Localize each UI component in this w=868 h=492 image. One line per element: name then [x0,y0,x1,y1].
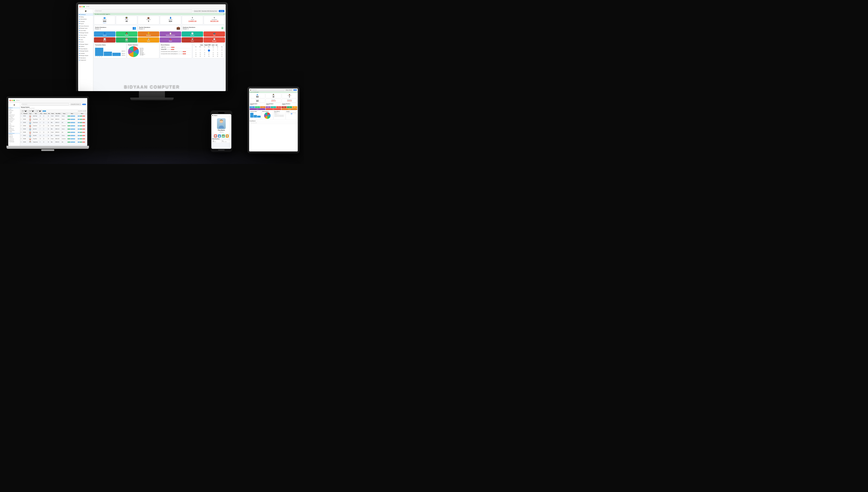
cal-d-12[interactable]: 12 [198,52,202,54]
nav-fees[interactable]: 📹Fees [203,31,225,36]
sidebar-item-section[interactable]: Section [78,41,93,43]
cal-d-17[interactable]: 17 [220,52,224,54]
nav-teacher[interactable]: 👩‍🏫Teacher [116,31,137,36]
t-nav-message[interactable]: Message [282,108,297,110]
filter-class[interactable]: All [21,110,28,112]
sidebar-item-managestudent[interactable]: Manage Student [78,54,93,57]
cal-next[interactable]: › [223,44,224,46]
cal-d-10[interactable]: 10 [220,49,224,52]
sidebar-item-setting[interactable]: Setting [78,16,93,18]
cal-d-25[interactable]: 25 [194,55,198,57]
action-view-btn[interactable]: View [80,132,82,133]
sidebar-item-guardian[interactable]: Guardian [78,52,93,55]
phone-icon-1[interactable]: 📊 [214,134,217,138]
phone-icon-2[interactable]: 📋 [218,134,221,138]
sidebar-item-syllabus[interactable]: Syllabus [78,45,93,48]
phone-home-bar[interactable] [218,150,224,150]
notice-1-btn[interactable]: Details [171,47,174,48]
sidebar-item-liveclass[interactable]: Live Class [78,36,93,39]
action-view-btn[interactable]: View [80,135,82,136]
nav-leave[interactable]: 📆Leave [116,37,137,43]
cal-d-6[interactable]: 6 [202,49,207,52]
cal-d-21[interactable]: 21 [207,54,211,55]
action-edit-btn[interactable]: Edit [78,139,80,139]
cal-d-22[interactable]: 22 [211,54,215,55]
nav-student[interactable]: 👤Student [94,31,116,36]
action-report-badge[interactable]: Report [82,116,85,117]
sidebar-item-admin[interactable]: Administrator [78,18,93,20]
l-update-btn[interactable]: Update [82,104,86,105]
nav-notice[interactable]: 📢Notice [182,37,203,43]
cal-d-20[interactable]: 20 [202,54,207,55]
cal-d-7[interactable]: 7 [207,49,211,52]
student-table-container[interactable]: # Student ID Photo Name Class Section Ro… [20,113,87,143]
action-view-btn[interactable]: View [80,122,82,123]
cal-d-18[interactable]: 18 [194,54,198,55]
filter-section[interactable]: All [28,110,35,112]
cal-d-14[interactable]: 14 [207,52,211,54]
cal-d-24[interactable]: 24 [220,54,224,55]
tablet-update-btn[interactable]: Update [293,89,297,91]
nav-routine[interactable]: 🕐Routine [182,31,203,36]
t-nav-leave[interactable]: Leave [287,106,292,108]
cal-d-27[interactable]: 27 [202,55,207,57]
sidebar-item-studymaterial[interactable]: Study Material [78,48,93,50]
tc-7[interactable]: 7 [291,114,292,114]
tc-6[interactable]: 6 [289,114,291,114]
sidebar-item-teacher[interactable]: Manage Teacher [78,32,93,34]
nav-employee[interactable]: 👷Employee [138,31,159,36]
tc-8[interactable]: 8 [292,114,294,114]
nav-hostel[interactable]: 🏠Hostel [138,37,159,43]
cal-today-btn[interactable]: today [200,44,203,46]
cal-d-16[interactable]: 16 [216,52,220,54]
sidebar-item-attendance[interactable]: Attendance [78,57,93,59]
sidebar-item-classlecture[interactable]: Class Lecture [78,34,93,36]
cal-d-8[interactable]: 8 [211,49,215,52]
cal-d-1[interactable]: 1 [211,48,215,49]
filter-search-btn[interactable]: Search [43,110,46,112]
action-edit-btn[interactable]: Edit [78,116,80,117]
action-report-badge[interactable]: Report [82,122,85,123]
action-view-btn[interactable]: View [80,142,82,143]
nav-student-attendance[interactable]: 📋Student Attendance [160,31,181,36]
action-edit-btn[interactable]: Edit [78,119,80,120]
action-view-btn[interactable]: View [80,139,82,139]
sidebar-item-subject[interactable]: Manage Subject [78,43,93,46]
notice-2-btn[interactable]: Details [171,49,174,50]
tc-5[interactable]: 5 [288,114,289,114]
action-view-btn[interactable]: View [80,119,82,120]
action-edit-btn[interactable]: Edit [78,142,80,143]
sidebar-item-frontoffice[interactable]: Front Office [78,29,93,32]
action-edit-btn[interactable]: Edit [78,129,80,129]
phone-icon-3[interactable]: 📆 [222,134,225,138]
update-button[interactable]: Update [219,10,224,12]
sidebar-item-dashboard[interactable]: Dashboard [78,14,93,16]
l-search[interactable]: Global Search [22,103,69,105]
action-report-badge[interactable]: Report [82,142,85,143]
cal-day-btn[interactable]: day [215,44,218,46]
action-report-badge[interactable]: Report [82,135,85,136]
global-search-box[interactable]: Global Search [95,10,192,12]
cal-d-31[interactable]: 31 [220,55,224,57]
t-nav-routine[interactable]: Routine [271,106,276,108]
action-edit-btn[interactable]: Edit [78,132,80,133]
l-year[interactable]: January 2024 - Decemb... Y [70,103,81,105]
tablet-year[interactable]: January - Decembe Y [285,89,293,91]
action-view-btn[interactable]: View [80,125,82,126]
action-view-btn[interactable]: View [80,129,82,129]
t-nav-fees[interactable]: Fees [276,106,282,108]
phone-icon-4[interactable]: 💬 [226,134,229,138]
sidebar-item-leave[interactable]: Manage Leave [78,27,93,29]
t-nav-statt[interactable]: Stu. Att. [266,106,271,108]
cal-d-19[interactable]: 19 [198,54,202,55]
cal-d-4[interactable]: 4 [194,49,198,52]
sidebar-item-hr[interactable]: Human Resource [78,25,93,27]
sidebar-item-template[interactable]: Template [78,20,93,23]
sidebar-item-payroll[interactable]: Payroll [78,23,93,25]
notice-4-btn[interactable]: Details [183,53,186,54]
t-nav-student[interactable]: Student [249,106,255,108]
year-selector[interactable]: January 2024 - December 2024 (Running Ye… [193,10,218,12]
action-edit-btn[interactable]: Edit [78,125,80,126]
l-examschedule[interactable]: Exam Schedule [8,141,20,143]
cal-prev[interactable]: ‹ [194,44,194,46]
